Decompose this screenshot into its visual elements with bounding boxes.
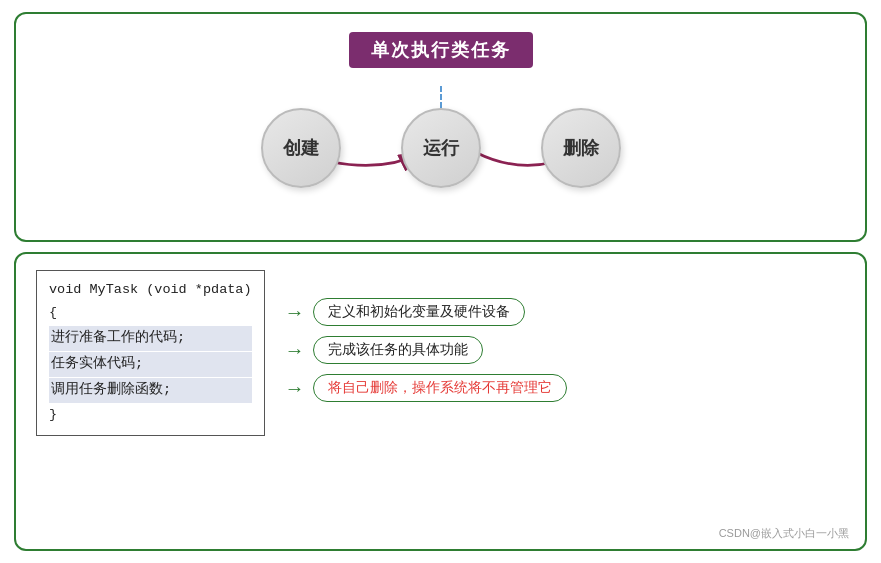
annotation-box-3: 将自己删除，操作系统将不再管理它 bbox=[313, 374, 567, 402]
code-line-4: 任务实体代码; bbox=[49, 352, 252, 377]
lifecycle-wrapper: 创建 运行 删除 bbox=[36, 108, 845, 188]
task-label: 单次执行类任务 bbox=[349, 32, 533, 68]
code-line-6: } bbox=[49, 404, 252, 427]
code-box: void MyTask (void *pdata) { 进行准备工作的代码; 任… bbox=[36, 270, 265, 436]
bottom-section: void MyTask (void *pdata) { 进行准备工作的代码; 任… bbox=[14, 252, 867, 551]
annotation-arrow-3: → bbox=[285, 377, 305, 400]
annotation-arrow-1: → bbox=[285, 301, 305, 324]
annotation-item-1: → 定义和初始化变量及硬件设备 bbox=[285, 298, 845, 326]
code-line-1: void MyTask (void *pdata) bbox=[49, 279, 252, 302]
node-run: 运行 bbox=[401, 108, 481, 188]
annotation-arrow-2: → bbox=[285, 339, 305, 362]
top-section: 单次执行类任务 创建 bbox=[14, 12, 867, 242]
node-delete: 删除 bbox=[541, 108, 621, 188]
annotation-box-1: 定义和初始化变量及硬件设备 bbox=[313, 298, 525, 326]
annotation-item-3: → 将自己删除，操作系统将不再管理它 bbox=[285, 374, 845, 402]
watermark: CSDN@嵌入式小白一小黑 bbox=[719, 526, 849, 541]
annotation-item-2: → 完成该任务的具体功能 bbox=[285, 336, 845, 364]
annotations: → 定义和初始化变量及硬件设备 → 完成该任务的具体功能 → 将自己删除，操作系… bbox=[285, 270, 845, 402]
main-container: 单次执行类任务 创建 bbox=[0, 0, 881, 563]
annotation-box-2: 完成该任务的具体功能 bbox=[313, 336, 483, 364]
code-line-3: 进行准备工作的代码; bbox=[49, 326, 252, 351]
code-line-5: 调用任务删除函数; bbox=[49, 378, 252, 403]
dashed-connector bbox=[440, 86, 442, 108]
node-create: 创建 bbox=[261, 108, 341, 188]
code-line-2: { bbox=[49, 302, 252, 325]
